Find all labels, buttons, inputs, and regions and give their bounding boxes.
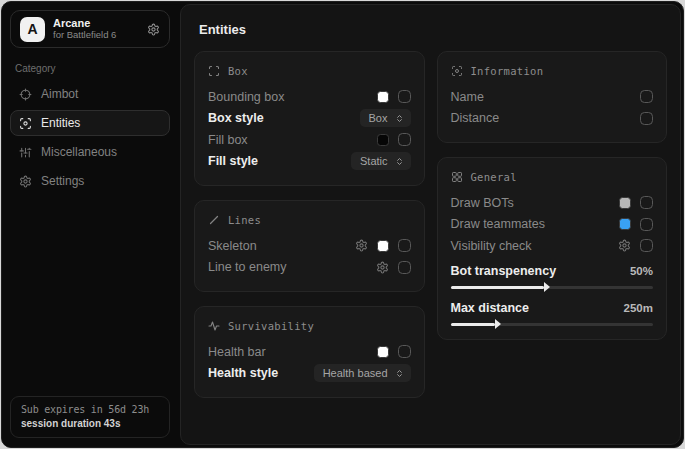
row-skeleton: Skeleton	[208, 235, 411, 257]
health-style-dropdown[interactable]: Health based	[314, 364, 411, 382]
chevrons-up-down-icon	[395, 114, 404, 123]
max-distance-value: 250m	[624, 302, 653, 314]
row-fill-style: Fill style Static	[208, 151, 411, 173]
sidebar-item-label: Settings	[41, 174, 84, 188]
distance-checkbox[interactable]	[640, 112, 653, 125]
visibility-settings-gear-icon[interactable]	[618, 239, 631, 252]
general-card: General Draw BOTs Draw teammates	[437, 157, 668, 340]
color-swatch[interactable]	[377, 91, 389, 103]
sidebar-nav: Aimbot Entities Miscellaneous Settings	[10, 81, 170, 194]
name-checkbox[interactable]	[640, 90, 653, 103]
sub-expiry-text: Sub expires in 56d 23h	[21, 404, 159, 415]
draw-bots-checkbox[interactable]	[640, 196, 653, 209]
sidebar-item-label: Entities	[41, 116, 80, 130]
max-distance-slider[interactable]	[451, 323, 654, 326]
visibility-check-checkbox[interactable]	[640, 239, 653, 252]
crosshair-icon	[19, 88, 32, 101]
diagonal-line-icon	[208, 214, 220, 226]
information-card: Information Name Distance	[437, 51, 668, 143]
sidebar-item-settings[interactable]: Settings	[10, 168, 170, 194]
row-name: Name	[451, 86, 654, 108]
draw-teammates-checkbox[interactable]	[640, 218, 653, 231]
sidebar-item-label: Miscellaneous	[41, 145, 117, 159]
row-box-style: Box style Box	[208, 108, 411, 130]
survivability-card: Survivability Health bar Health style He…	[194, 306, 425, 398]
gear-icon[interactable]	[147, 23, 160, 36]
health-bar-checkbox[interactable]	[398, 345, 411, 358]
sidebar-item-aimbot[interactable]: Aimbot	[10, 81, 170, 107]
box-style-dropdown[interactable]: Box	[360, 109, 411, 127]
row-bounding-box: Bounding box	[208, 86, 411, 108]
sidebar-item-miscellaneous[interactable]: Miscellaneous	[10, 139, 170, 165]
skeleton-settings-gear-icon[interactable]	[355, 239, 368, 252]
row-health-bar: Health bar	[208, 341, 411, 363]
box-scan-icon	[208, 65, 220, 77]
sidebar: A Arcane for Battlefield 6 Category Aimb…	[2, 2, 178, 447]
row-distance: Distance	[451, 108, 654, 130]
page-title: Entities	[199, 22, 667, 37]
row-draw-bots: Draw BOTs	[451, 192, 654, 214]
bot-transparency-value: 50%	[630, 265, 653, 277]
sidebar-item-entities[interactable]: Entities	[10, 110, 170, 136]
gear-icon	[19, 175, 32, 188]
heart-pulse-icon	[208, 320, 220, 332]
row-line-to-enemy: Line to enemy	[208, 257, 411, 279]
color-swatch[interactable]	[619, 197, 631, 209]
card-title: Information	[471, 65, 544, 77]
card-title: Lines	[228, 214, 261, 226]
sliders-icon	[19, 146, 32, 159]
card-title: General	[471, 171, 517, 183]
skeleton-checkbox[interactable]	[398, 239, 411, 252]
card-title: Survivability	[228, 320, 314, 332]
chevrons-up-down-icon	[395, 369, 404, 378]
eye-scan-icon	[19, 117, 32, 130]
lines-card: Lines Skeleton Line to enemy	[194, 200, 425, 292]
main-panel: Entities Box Bounding box	[180, 4, 681, 445]
app-avatar: A	[20, 17, 45, 42]
bot-transparency-slider[interactable]	[451, 286, 654, 289]
slider-fill[interactable]	[451, 323, 496, 326]
card-title: Box	[228, 65, 248, 77]
box-card: Box Bounding box Box style Box	[194, 51, 425, 186]
row-health-style: Health style Health based	[208, 363, 411, 385]
bot-transparency-slider-block: Bot transpenency 50%	[451, 264, 654, 289]
subscription-info-card: Sub expires in 56d 23h session duration …	[10, 396, 170, 438]
color-swatch[interactable]	[377, 240, 389, 252]
left-column: Box Bounding box Box style Box	[194, 51, 425, 398]
sidebar-item-label: Aimbot	[41, 87, 78, 101]
fill-box-checkbox[interactable]	[398, 133, 411, 146]
fill-style-dropdown[interactable]: Static	[351, 152, 411, 170]
chevrons-up-down-icon	[395, 157, 404, 166]
color-swatch[interactable]	[377, 134, 389, 146]
max-distance-slider-block: Max distance 250m	[451, 301, 654, 326]
row-fill-box: Fill box	[208, 129, 411, 151]
bounding-box-checkbox[interactable]	[398, 90, 411, 103]
line-to-enemy-checkbox[interactable]	[398, 261, 411, 274]
color-swatch[interactable]	[377, 346, 389, 358]
app-subtitle: for Battlefield 6	[53, 30, 139, 41]
info-scan-icon	[451, 65, 463, 77]
session-duration-text: session duration 43s	[21, 418, 159, 429]
right-column: Information Name Distance	[437, 51, 668, 340]
app-window: A Arcane for Battlefield 6 Category Aimb…	[1, 1, 684, 448]
app-name: Arcane	[53, 17, 139, 30]
line-to-enemy-settings-gear-icon[interactable]	[376, 261, 389, 274]
category-label: Category	[15, 63, 165, 74]
row-visibility-check: Visibility check	[451, 235, 654, 257]
grid-icon	[451, 171, 463, 183]
app-logo-card: A Arcane for Battlefield 6	[10, 10, 170, 48]
row-draw-teammates: Draw teammates	[451, 214, 654, 236]
slider-fill[interactable]	[451, 286, 544, 289]
color-swatch[interactable]	[619, 218, 631, 230]
